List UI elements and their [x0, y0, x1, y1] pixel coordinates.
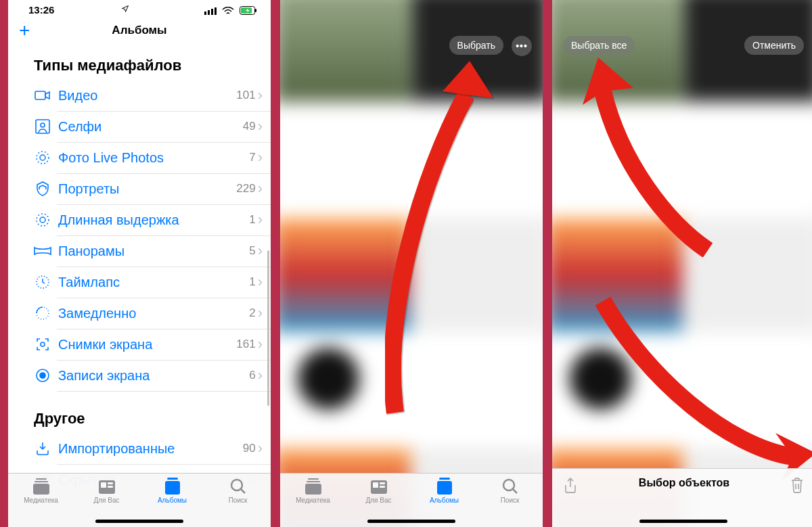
- phone-screen-albums: 13:26 + Альбомы Типы медиафайлов Видео 1…: [8, 0, 271, 527]
- row-count: 1: [249, 275, 255, 289]
- share-button[interactable]: [563, 477, 578, 495]
- location-icon: [121, 5, 129, 15]
- selection-title: Выбор объектов: [639, 477, 729, 489]
- row-count: 229: [236, 182, 255, 196]
- svg-rect-5: [255, 9, 256, 12]
- selection-toolbar: Выбор объектов: [552, 468, 812, 527]
- row-panoramas[interactable]: Панорамы 5 ›: [8, 235, 271, 267]
- svg-point-17: [41, 342, 45, 346]
- status-bar: 13:26: [8, 0, 271, 17]
- chevron-right-icon: ›: [258, 211, 263, 229]
- row-count: 49: [243, 120, 256, 133]
- chevron-right-icon: ›: [258, 273, 263, 291]
- albums-icon: [162, 477, 183, 496]
- selfie-icon: [34, 118, 51, 135]
- tab-search[interactable]: Поиск: [477, 477, 543, 504]
- page-title: Альбомы: [8, 24, 271, 37]
- row-label: Панорамы: [58, 244, 249, 259]
- svg-rect-0: [204, 12, 206, 15]
- cancel-button[interactable]: Отменить: [744, 36, 804, 55]
- row-count: 101: [236, 89, 255, 102]
- trash-button[interactable]: [790, 477, 804, 493]
- row-selfie[interactable]: Селфи 49 ›: [8, 111, 271, 142]
- svg-rect-3: [215, 7, 217, 15]
- row-imported[interactable]: Импортированные 90 ›: [8, 433, 271, 464]
- home-indicator[interactable]: [639, 520, 727, 523]
- status-time: 13:26: [28, 4, 54, 16]
- panorama-icon: [34, 242, 51, 260]
- row-video[interactable]: Видео 101 ›: [8, 80, 271, 111]
- select-all-button[interactable]: Выбрать все: [563, 36, 635, 55]
- svg-point-39: [503, 480, 514, 490]
- status-icons: [202, 4, 257, 16]
- svg-rect-35: [380, 482, 385, 484]
- screenshot-icon: [34, 336, 51, 353]
- home-indicator[interactable]: [367, 520, 455, 523]
- chevron-right-icon: ›: [258, 440, 263, 457]
- svg-rect-34: [373, 482, 378, 488]
- timelapse-icon: [34, 273, 51, 291]
- tab-library[interactable]: Медиатека: [8, 477, 74, 504]
- svg-rect-30: [308, 478, 319, 480]
- tab-label: Поиск: [501, 497, 520, 504]
- home-indicator[interactable]: [95, 520, 183, 523]
- foryou-icon: [369, 477, 389, 496]
- row-screenrecord[interactable]: Записи экрана 6 ›: [8, 360, 271, 391]
- tab-label: Медиатека: [296, 497, 330, 504]
- row-timelapse[interactable]: Таймлапс 1 ›: [8, 267, 271, 298]
- library-icon: [31, 477, 51, 496]
- chevron-right-icon: ›: [258, 87, 263, 104]
- chevron-right-icon: ›: [258, 242, 263, 260]
- svg-point-9: [41, 123, 45, 127]
- row-count: 7: [249, 151, 255, 164]
- tab-albums[interactable]: Альбомы: [411, 477, 477, 504]
- select-button[interactable]: Выбрать: [449, 36, 503, 55]
- tab-foryou[interactable]: Для Вас: [74, 477, 139, 504]
- phone-screen-selectall: Выбрать все Отменить Выбор объектов: [552, 0, 812, 527]
- trash-icon: [790, 477, 804, 493]
- tab-label: Поиск: [229, 497, 248, 504]
- chevron-right-icon: ›: [258, 304, 263, 322]
- row-slomo[interactable]: Замедленно 2 ›: [8, 298, 271, 329]
- svg-point-13: [37, 214, 49, 226]
- svg-rect-28: [165, 481, 180, 495]
- row-label: Снимки экрана: [58, 337, 236, 352]
- svg-rect-32: [305, 484, 321, 495]
- svg-rect-26: [108, 486, 113, 488]
- row-portraits[interactable]: Портреты 229 ›: [8, 173, 271, 204]
- nav-header: + Альбомы: [8, 17, 271, 45]
- row-count: 2: [249, 306, 255, 320]
- video-icon: [34, 87, 51, 104]
- scroll-indicator[interactable]: [267, 250, 269, 406]
- tab-foryou[interactable]: Для Вас: [346, 477, 411, 504]
- search-icon: [228, 477, 248, 496]
- portrait-icon: [34, 180, 51, 198]
- row-count: 161: [236, 338, 255, 351]
- tab-label: Для Вас: [93, 497, 119, 504]
- svg-point-10: [40, 155, 45, 160]
- row-count: 6: [249, 369, 255, 382]
- svg-rect-31: [307, 481, 320, 482]
- row-label: Импортированные: [58, 441, 243, 457]
- tab-albums[interactable]: Альбомы: [139, 477, 205, 504]
- row-livephotos[interactable]: Фото Live Photos 7 ›: [8, 142, 271, 173]
- row-longexposure[interactable]: Длинная выдержка 1 ›: [8, 204, 271, 235]
- blurred-photo-grid: [280, 0, 543, 489]
- row-count: 1: [249, 213, 255, 227]
- tab-label: Альбомы: [430, 497, 459, 504]
- tab-label: Альбомы: [158, 497, 187, 504]
- section-header-other: Другое: [8, 391, 271, 433]
- svg-rect-20: [36, 478, 47, 480]
- row-screenshots[interactable]: Снимки экрана 161 ›: [8, 329, 271, 360]
- albums-icon: [434, 477, 455, 496]
- tab-search[interactable]: Поиск: [205, 477, 271, 504]
- svg-point-19: [40, 373, 45, 378]
- chevron-right-icon: ›: [258, 336, 263, 353]
- svg-rect-1: [208, 10, 210, 15]
- svg-point-11: [37, 152, 49, 164]
- svg-rect-25: [108, 482, 113, 484]
- row-label: Фото Live Photos: [58, 150, 249, 166]
- menu-button[interactable]: •••: [512, 36, 532, 56]
- tab-label: Для Вас: [365, 497, 391, 504]
- tab-library[interactable]: Медиатека: [280, 477, 346, 504]
